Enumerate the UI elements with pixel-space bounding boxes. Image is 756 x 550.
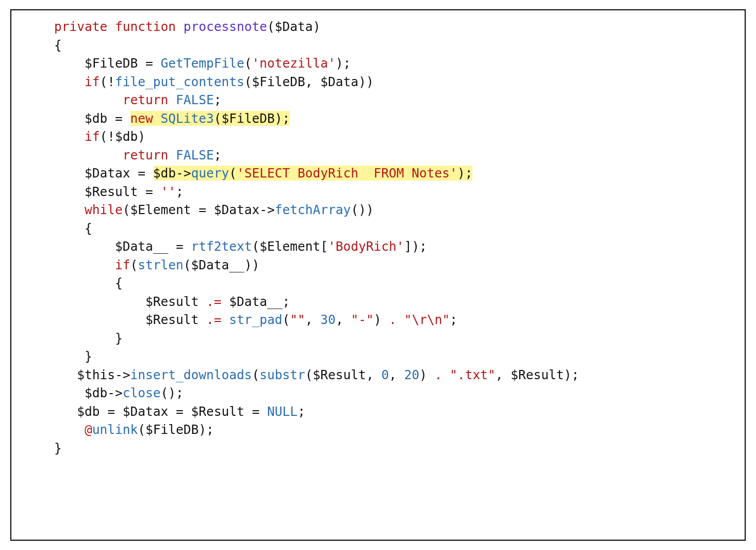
keyword-new: new bbox=[130, 111, 153, 126]
variable-db: $db bbox=[153, 166, 176, 181]
string-sql: 'SELECT BodyRich FROM Notes' bbox=[237, 166, 457, 181]
bracket-open: [ bbox=[320, 239, 328, 254]
call-fetcharray: fetchArray bbox=[275, 202, 351, 217]
paren-close: ()) bbox=[351, 202, 373, 217]
code-line: $Data__ = rtf2text($Element['BodyRich'])… bbox=[24, 239, 427, 254]
keyword-function: function bbox=[115, 19, 176, 34]
arrow: -> bbox=[176, 166, 191, 181]
paren-open: ( bbox=[138, 422, 145, 437]
string-txt: ".txt" bbox=[450, 367, 496, 382]
variable-datax: $Datax bbox=[214, 202, 260, 217]
code-line: return FALSE; bbox=[24, 92, 222, 107]
variable-result: $Result bbox=[145, 294, 199, 309]
comma: , bbox=[305, 74, 321, 89]
call-rtf2text: rtf2text bbox=[191, 239, 252, 254]
paren-close: ) bbox=[313, 19, 321, 34]
semicolon: ; bbox=[176, 184, 184, 199]
comma: , bbox=[366, 367, 382, 382]
paren-close: )) bbox=[244, 257, 260, 272]
paren-open: (! bbox=[100, 129, 116, 144]
equals: = bbox=[100, 404, 123, 419]
paren-close-semi: ); bbox=[336, 56, 351, 71]
code-line: $Result .= str_pad("", 30, "-") . "\r\n"… bbox=[24, 312, 457, 327]
keyword-return: return bbox=[123, 148, 169, 163]
paren-open: ( bbox=[252, 239, 260, 254]
string-notezilla: 'notezilla' bbox=[252, 56, 336, 71]
const-null: NULL bbox=[267, 404, 298, 419]
concat: . bbox=[381, 312, 404, 327]
code-line: $db = $Datax = $Result = NULL; bbox=[24, 404, 305, 419]
string-dash: "-" bbox=[351, 312, 373, 327]
brace: } bbox=[85, 349, 92, 364]
function-name: processnote bbox=[184, 19, 267, 34]
comma: , bbox=[389, 367, 404, 382]
variable-data-underscore: $Data__ bbox=[191, 257, 244, 272]
paren-args: ($FileDB); bbox=[214, 111, 290, 126]
call-strlen: strlen bbox=[138, 257, 184, 272]
concat-assign: .= bbox=[199, 312, 229, 327]
equals: = bbox=[107, 111, 130, 126]
arrow: -> bbox=[107, 385, 123, 400]
semicolon: ; bbox=[214, 148, 222, 163]
keyword-if: if bbox=[85, 129, 100, 144]
code-line: if(!$db) bbox=[24, 129, 145, 144]
code-line: } bbox=[24, 349, 92, 364]
call-unlink: unlink bbox=[92, 422, 138, 437]
code-line: } bbox=[24, 441, 62, 456]
code-line: { bbox=[24, 221, 92, 236]
highlight-db-query: $db->query('SELECT BodyRich FROM Notes')… bbox=[153, 166, 473, 181]
variable-db: $db bbox=[85, 385, 107, 400]
variable-data: $Data bbox=[275, 19, 313, 34]
call-substr: substr bbox=[259, 367, 305, 382]
brace: { bbox=[85, 221, 92, 236]
variable-filedb: $FileDB bbox=[85, 56, 138, 71]
variable-result: $Result bbox=[511, 367, 564, 382]
call-query: query bbox=[191, 166, 229, 181]
arrow: -> bbox=[259, 202, 275, 217]
paren-close-semi: ); bbox=[199, 422, 214, 437]
equals: = bbox=[168, 239, 191, 254]
variable-data: $Data bbox=[320, 74, 358, 89]
paren-close-semi: ); bbox=[564, 367, 580, 382]
equals: = bbox=[191, 202, 214, 217]
semicolon: ; bbox=[283, 294, 290, 309]
call-insert-downloads: insert_downloads bbox=[130, 367, 252, 382]
code-line: private function processnote($Data) bbox=[24, 19, 320, 34]
concat-assign: .= bbox=[199, 294, 229, 309]
call-gettempfile: GetTempFile bbox=[161, 56, 244, 71]
paren-close: ) bbox=[419, 367, 427, 382]
number-0: 0 bbox=[381, 367, 389, 382]
page-frame: private function processnote($Data) { $F… bbox=[0, 0, 756, 550]
semicolon: ; bbox=[450, 312, 457, 327]
string-empty: "" bbox=[290, 312, 305, 327]
variable-db: $db bbox=[77, 404, 100, 419]
keyword-if: if bbox=[85, 74, 100, 89]
number-30: 30 bbox=[320, 312, 336, 327]
paren-open: ( bbox=[184, 257, 191, 272]
variable-element: $Element bbox=[130, 202, 191, 217]
variable-result: $Result bbox=[85, 184, 138, 199]
variable-result: $Result bbox=[145, 312, 199, 327]
code-line: if(!file_put_contents($FileDB, $Data)) bbox=[24, 74, 374, 89]
code-line: while($Element = $Datax->fetchArray()) bbox=[24, 202, 374, 217]
paren-open: ( bbox=[123, 202, 130, 217]
brace: } bbox=[54, 441, 62, 456]
paren-semi: (); bbox=[161, 385, 184, 400]
variable-data-underscore: $Data__ bbox=[115, 239, 168, 254]
paren-open: ( bbox=[244, 56, 252, 71]
variable-this: $this bbox=[77, 367, 115, 382]
paren-open: (! bbox=[100, 74, 116, 89]
paren-close: )) bbox=[358, 74, 374, 89]
call-file-put-contents: file_put_contents bbox=[115, 74, 244, 89]
code-line: $db = new SQLite3($FileDB); bbox=[24, 111, 290, 126]
code-line: { bbox=[24, 276, 123, 290]
brace: } bbox=[115, 331, 123, 346]
paren-open: ( bbox=[252, 367, 260, 382]
variable-element: $Element bbox=[259, 239, 320, 254]
variable-db: $db bbox=[115, 129, 138, 144]
arrow: -> bbox=[115, 367, 130, 382]
paren-close: ) bbox=[138, 129, 145, 144]
number-20: 20 bbox=[404, 367, 420, 382]
equals: = bbox=[138, 56, 160, 71]
const-false: FALSE bbox=[176, 92, 214, 107]
